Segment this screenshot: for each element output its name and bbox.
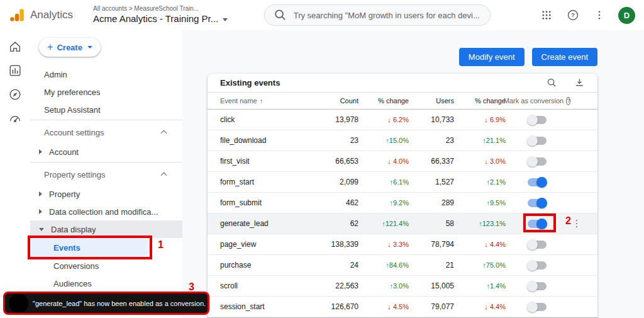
conversion-toggle[interactable] xyxy=(528,241,547,249)
col-count[interactable]: Count xyxy=(314,97,358,105)
conversion-toggle[interactable] xyxy=(528,157,547,166)
conversion-toggle[interactable] xyxy=(528,199,547,207)
item-label: Data display xyxy=(51,225,96,234)
col-users-change[interactable]: % change xyxy=(454,97,506,105)
sidebar-item-conversions[interactable]: Conversions xyxy=(30,257,182,275)
help-icon[interactable]: ? xyxy=(565,8,580,23)
event-count: 462 xyxy=(314,198,358,207)
users-change: 6.9% xyxy=(454,116,506,123)
sidebar-item-account[interactable]: Account xyxy=(30,143,182,161)
modify-event-button[interactable]: Modify event xyxy=(459,48,525,66)
search-icon xyxy=(274,8,287,23)
property-name: Acme Analytics - Training Pr... xyxy=(93,13,218,25)
nav-rail xyxy=(0,30,30,318)
sidebar-item-my-preferences[interactable]: My preferences xyxy=(30,83,182,101)
section-label: Account settings xyxy=(44,128,104,137)
divider xyxy=(30,162,182,162)
chevron-down-icon xyxy=(87,46,92,48)
table-row: first_visit 66,653 4.0% 66,337 3.0% ⋮ xyxy=(208,151,597,172)
sidebar-item-audiences[interactable]: Audiences xyxy=(30,275,182,292)
apps-grid-icon[interactable] xyxy=(539,8,554,23)
section-property-settings[interactable]: Property settings xyxy=(30,164,182,185)
table-search-icon[interactable] xyxy=(546,77,557,89)
app-header: Analytics All accounts > MeasureSchool T… xyxy=(0,0,644,30)
conversion-toggle[interactable] xyxy=(528,137,547,145)
event-name: first_visit xyxy=(220,157,314,166)
event-users: 78,794 xyxy=(409,240,454,249)
toast-message: "generate_lead" has now been enabled as … xyxy=(33,300,206,307)
event-users: 15,005 xyxy=(409,281,454,290)
col-count-change[interactable]: % change xyxy=(358,97,409,105)
conversion-toggle[interactable] xyxy=(528,220,547,228)
count-change: 6.2% xyxy=(358,116,409,123)
admin-sidebar: + Create Admin My preferences Setup Assi… xyxy=(30,30,182,318)
users-change: 4.4% xyxy=(454,241,506,248)
breadcrumb: All accounts > MeasureSchool Train... Ac… xyxy=(93,5,228,25)
event-users: 10,733 xyxy=(409,115,454,124)
sidebar-item-admin[interactable]: Admin xyxy=(30,65,182,83)
table-row: file_download 23 15.0% 23 21.1% ⋮ xyxy=(208,130,597,151)
event-name: generate_lead xyxy=(220,219,314,228)
conversion-toggle[interactable] xyxy=(528,282,547,290)
sidebar-item-data-display[interactable]: Data display xyxy=(30,220,182,238)
sidebar-item-events[interactable]: Events xyxy=(30,238,151,257)
count-change: 9.2% xyxy=(358,199,409,207)
users-change: 4.4% xyxy=(454,303,506,310)
more-options-kebab-icon[interactable] xyxy=(592,8,607,23)
reports-icon[interactable] xyxy=(8,63,23,78)
event-users: 23 xyxy=(409,136,454,145)
sort-asc-icon: ↑ xyxy=(260,97,264,105)
count-change: 15.0% xyxy=(358,137,409,144)
search-input[interactable] xyxy=(294,11,481,20)
conversion-toggle[interactable] xyxy=(528,116,547,124)
sidebar-item-setup-assistant[interactable]: Setup Assistant xyxy=(30,101,182,118)
table-header-row: Event name↑ Count % change Users % chang… xyxy=(208,93,597,110)
existing-events-card: Existing events xyxy=(208,74,597,317)
event-users: 21 xyxy=(409,261,454,270)
table-row: page_view 138,339 3.3% 78,794 4.4% ⋮ xyxy=(208,234,597,255)
property-switcher[interactable]: Acme Analytics - Training Pr... xyxy=(93,13,228,25)
chevron-up-icon xyxy=(161,130,167,137)
col-event-name[interactable]: Event name↑ xyxy=(220,97,314,105)
help-icon[interactable]: ? xyxy=(566,97,570,105)
logo-home-link[interactable]: Analytics xyxy=(0,7,88,23)
event-name: click xyxy=(220,115,314,124)
svg-text:?: ? xyxy=(571,12,575,18)
col-users[interactable]: Users xyxy=(409,97,454,105)
event-users: 66,337 xyxy=(409,157,454,166)
sidebar-item-data-collection[interactable]: Data collection and modifica... xyxy=(30,203,182,220)
table-row: click 13,978 6.2% 10,733 6.9% ⋮ xyxy=(208,110,597,130)
toast-conversion-enabled: "generate_lead" has now been enabled as … xyxy=(3,292,209,315)
advertising-icon[interactable] xyxy=(8,111,23,126)
conversion-toggle[interactable] xyxy=(528,178,547,186)
expand-arrow-icon xyxy=(39,149,42,154)
event-users: 1,527 xyxy=(409,178,454,186)
expand-arrow-icon xyxy=(39,191,42,196)
user-avatar[interactable]: D xyxy=(618,7,635,24)
home-icon[interactable] xyxy=(8,39,23,54)
table-tools xyxy=(546,77,585,89)
users-change: 75.0% xyxy=(454,261,506,269)
count-change: 121.4% xyxy=(358,220,409,227)
users-change: 21.1% xyxy=(454,137,506,144)
conversion-toggle[interactable] xyxy=(528,303,547,311)
sidebar-item-property[interactable]: Property xyxy=(30,185,182,203)
event-count: 13,978 xyxy=(314,115,358,124)
table-title-row: Existing events xyxy=(208,74,597,93)
create-event-button[interactable]: Create event xyxy=(532,48,597,66)
row-menu-kebab-icon[interactable]: ⋮ xyxy=(569,218,585,229)
divider xyxy=(30,120,182,120)
event-count: 2,099 xyxy=(314,178,358,186)
conversion-toggle[interactable] xyxy=(528,261,547,270)
event-name: file_download xyxy=(220,136,314,145)
item-label: Account xyxy=(49,147,79,157)
create-button[interactable]: + Create xyxy=(39,38,101,57)
col-label: Event name xyxy=(220,97,257,105)
download-icon[interactable] xyxy=(574,77,585,89)
event-actions: Modify event Create event xyxy=(208,48,597,66)
count-change: 3.0% xyxy=(358,282,409,290)
users-change: 2.1% xyxy=(454,178,506,186)
section-account-settings[interactable]: Account settings xyxy=(30,122,182,143)
users-change: 3.0% xyxy=(454,157,506,165)
explore-icon[interactable] xyxy=(8,87,23,102)
